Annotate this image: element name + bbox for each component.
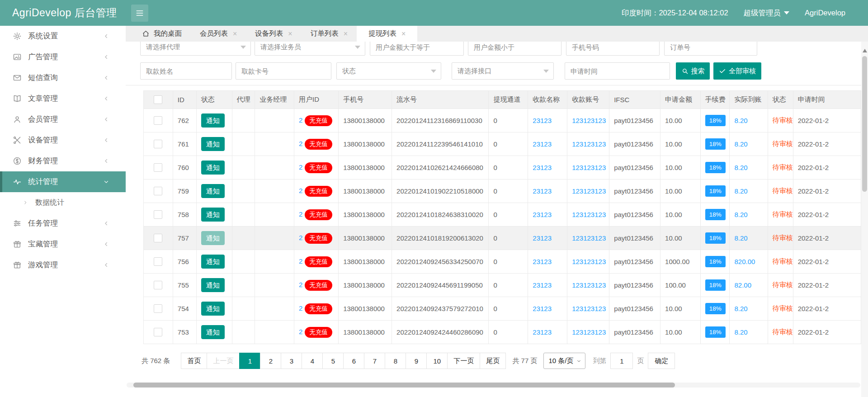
- search-button[interactable]: 搜索: [676, 62, 710, 80]
- next-page-button[interactable]: 下一页: [447, 353, 480, 369]
- select-all-checkbox[interactable]: [154, 95, 162, 104]
- row-checkbox[interactable]: [154, 257, 162, 266]
- page-button-4[interactable]: 4: [302, 353, 323, 369]
- row-checkbox[interactable]: [154, 140, 162, 148]
- filter-agent-select[interactable]: 请选择代理: [140, 42, 251, 56]
- row-checkbox[interactable]: [154, 163, 162, 172]
- user-id-link[interactable]: 2: [299, 304, 302, 312]
- row-checkbox[interactable]: [154, 116, 162, 125]
- first-page-button[interactable]: 首页: [181, 353, 207, 369]
- filter-withdraw-card-input[interactable]: [236, 62, 331, 80]
- notify-button[interactable]: 通知: [201, 278, 225, 292]
- sidebar-item-sms-query[interactable]: 短信查询: [0, 67, 126, 88]
- row-checkbox[interactable]: [154, 328, 162, 336]
- payee-account-link[interactable]: 123123123: [572, 281, 606, 289]
- sidebar-item-treasure-management[interactable]: 宝藏管理: [0, 234, 126, 255]
- last-page-button[interactable]: 尾页: [480, 353, 506, 369]
- sidebar-item-statistics-management[interactable]: 统计管理: [0, 171, 126, 192]
- goto-page-input[interactable]: [610, 353, 633, 369]
- notify-button[interactable]: 通知: [201, 137, 225, 151]
- close-tab-icon[interactable]: ×: [233, 30, 237, 38]
- notify-button[interactable]: 通知: [201, 255, 225, 269]
- sidebar-item-task-management[interactable]: 任务管理: [0, 213, 126, 234]
- tab-member-list[interactable]: 会员列表×: [191, 26, 246, 42]
- filter-withdraw-name-field[interactable]: [146, 67, 226, 75]
- payee-account-link[interactable]: 123123123: [572, 117, 606, 124]
- notify-button[interactable]: 通知: [201, 325, 225, 339]
- filter-apply-time-field[interactable]: [571, 67, 664, 75]
- user-id-link[interactable]: 2: [299, 116, 302, 124]
- audit-all-button[interactable]: 全部审核: [713, 62, 761, 80]
- row-checkbox[interactable]: [154, 281, 162, 289]
- sidebar-item-finance-management[interactable]: 财务管理: [0, 151, 126, 171]
- payee-name-link[interactable]: 23123: [533, 281, 552, 289]
- menu-toggle-button[interactable]: [131, 5, 148, 22]
- close-tab-icon[interactable]: ×: [344, 30, 348, 38]
- page-button-2[interactable]: 2: [260, 353, 281, 369]
- goto-confirm-button[interactable]: 确定: [648, 353, 675, 369]
- filter-phone-field[interactable]: [572, 43, 654, 51]
- horizontal-scrollbar-thumb[interactable]: [133, 383, 675, 388]
- filter-salesman-select[interactable]: 请选择业务员: [255, 42, 365, 56]
- payee-name-link[interactable]: 23123: [533, 164, 552, 171]
- admin-role-menu[interactable]: 超级管理员: [744, 8, 790, 18]
- page-button-3[interactable]: 3: [281, 353, 302, 369]
- tab-withdraw-list[interactable]: 提现列表×: [357, 26, 417, 42]
- payee-name-link[interactable]: 23123: [533, 140, 552, 148]
- payee-account-link[interactable]: 123123123: [572, 328, 606, 336]
- sidebar-item-game-management[interactable]: 游戏管理: [0, 255, 126, 275]
- close-tab-icon[interactable]: ×: [401, 30, 406, 38]
- filter-amount-gte-field[interactable]: [376, 43, 458, 51]
- page-button-5[interactable]: 5: [322, 353, 344, 369]
- notify-button[interactable]: 通知: [201, 113, 225, 128]
- user-id-link[interactable]: 2: [299, 281, 302, 288]
- sidebar-subitem-data-statistics[interactable]: 数据统计: [0, 192, 126, 213]
- filter-amount-lt-input[interactable]: [468, 42, 561, 56]
- page-size-select[interactable]: 10 条/页: [543, 353, 585, 369]
- scroll-up-arrow-icon[interactable]: [863, 49, 867, 52]
- notify-button[interactable]: 通知: [201, 208, 225, 222]
- page-button-10[interactable]: 10: [426, 353, 448, 369]
- tab-order-list[interactable]: 订单列表×: [302, 26, 357, 42]
- brand-link[interactable]: AgriDevelop: [805, 9, 845, 17]
- payee-name-link[interactable]: 23123: [533, 234, 552, 242]
- payee-account-link[interactable]: 123123123: [572, 187, 606, 195]
- filter-apply-time-input[interactable]: [565, 62, 670, 80]
- user-id-link[interactable]: 2: [299, 163, 302, 171]
- page-button-8[interactable]: 8: [385, 353, 406, 369]
- page-button-6[interactable]: 6: [343, 353, 364, 369]
- filter-order-no-field[interactable]: [670, 43, 751, 51]
- sidebar-item-ad-management[interactable]: 广告管理: [0, 47, 126, 67]
- payee-account-link[interactable]: 123123123: [572, 164, 606, 171]
- user-id-link[interactable]: 2: [299, 257, 302, 265]
- tab-desktop[interactable]: 我的桌面: [133, 26, 191, 42]
- payee-account-link[interactable]: 123123123: [572, 258, 606, 265]
- filter-phone-input[interactable]: [566, 42, 660, 56]
- page-button-7[interactable]: 7: [364, 353, 385, 369]
- user-id-link[interactable]: 2: [299, 210, 302, 218]
- payee-account-link[interactable]: 123123123: [572, 305, 606, 312]
- page-button-1[interactable]: 1: [239, 353, 260, 369]
- sidebar-item-member-management[interactable]: 会员管理: [0, 109, 126, 130]
- notify-button[interactable]: 通知: [201, 231, 225, 245]
- row-checkbox[interactable]: [154, 210, 162, 219]
- user-id-link[interactable]: 2: [299, 234, 302, 241]
- row-checkbox[interactable]: [154, 187, 162, 195]
- payee-name-link[interactable]: 23123: [533, 305, 552, 312]
- notify-button[interactable]: 通知: [201, 184, 225, 198]
- payee-account-link[interactable]: 123123123: [572, 140, 606, 148]
- payee-name-link[interactable]: 23123: [533, 187, 552, 195]
- filter-amount-lt-field[interactable]: [474, 43, 556, 51]
- filter-withdraw-name-input[interactable]: [140, 62, 232, 80]
- tab-device-list[interactable]: 设备列表×: [246, 26, 301, 42]
- sidebar-item-device-management[interactable]: 设备管理: [0, 130, 126, 151]
- row-checkbox[interactable]: [154, 304, 162, 313]
- payee-account-link[interactable]: 123123123: [572, 211, 606, 218]
- payee-account-link[interactable]: 123123123: [572, 234, 606, 242]
- filter-status-select[interactable]: 状态: [336, 62, 441, 80]
- notify-button[interactable]: 通知: [201, 161, 225, 175]
- payee-name-link[interactable]: 23123: [533, 211, 552, 218]
- page-button-9[interactable]: 9: [406, 353, 427, 369]
- filter-amount-gte-input[interactable]: [370, 42, 464, 56]
- payee-name-link[interactable]: 23123: [533, 328, 552, 336]
